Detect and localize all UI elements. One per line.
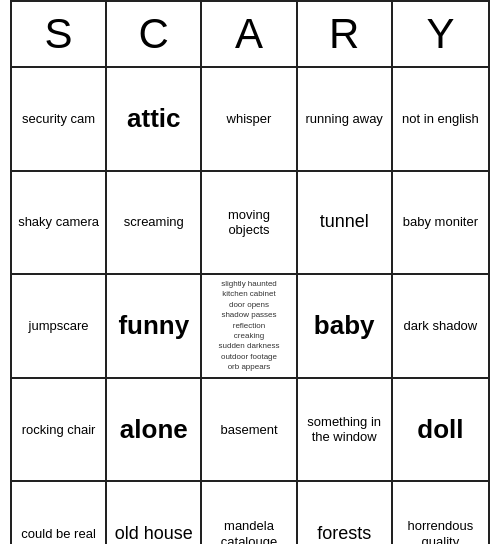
cell-text-11: funny bbox=[118, 310, 189, 341]
cell-text-21: old house bbox=[115, 523, 193, 544]
cell-text-6: screaming bbox=[124, 214, 184, 230]
bingo-cell-11[interactable]: funny bbox=[107, 275, 202, 379]
cell-text-23: forests bbox=[317, 523, 371, 544]
cell-text-16: alone bbox=[120, 414, 188, 445]
bingo-grid: security camatticwhisperrunning awaynot … bbox=[12, 68, 488, 544]
bingo-cell-2[interactable]: whisper bbox=[202, 68, 297, 172]
cell-text-20: could be real bbox=[21, 526, 95, 542]
header-letter-y: Y bbox=[393, 2, 488, 66]
cell-text-2: whisper bbox=[227, 111, 272, 127]
cell-text-9: baby moniter bbox=[403, 214, 478, 230]
bingo-cell-14[interactable]: dark shadow bbox=[393, 275, 488, 379]
bingo-cell-3[interactable]: running away bbox=[298, 68, 393, 172]
cell-text-18: something in the window bbox=[302, 414, 387, 445]
header-letter-c: C bbox=[107, 2, 202, 66]
bingo-cell-8[interactable]: tunnel bbox=[298, 172, 393, 276]
cell-text-0: security cam bbox=[22, 111, 95, 127]
cell-text-7: moving objects bbox=[206, 207, 291, 238]
header-letter-r: R bbox=[298, 2, 393, 66]
bingo-cell-10[interactable]: jumpscare bbox=[12, 275, 107, 379]
cell-text-22: mandela catalouge bbox=[206, 518, 291, 544]
bingo-cell-18[interactable]: something in the window bbox=[298, 379, 393, 483]
cell-text-8: tunnel bbox=[320, 211, 369, 233]
cell-text-3: running away bbox=[306, 111, 383, 127]
bingo-cell-17[interactable]: basement bbox=[202, 379, 297, 483]
bingo-card: SCARY security camatticwhisperrunning aw… bbox=[10, 0, 490, 544]
cell-text-24: horrendous quality bbox=[397, 518, 484, 544]
cell-text-13: baby bbox=[314, 310, 375, 341]
bingo-cell-9[interactable]: baby moniter bbox=[393, 172, 488, 276]
header-letter-a: A bbox=[202, 2, 297, 66]
bingo-cell-5[interactable]: shaky camera bbox=[12, 172, 107, 276]
bingo-header: SCARY bbox=[12, 2, 488, 68]
bingo-cell-6[interactable]: screaming bbox=[107, 172, 202, 276]
bingo-cell-13[interactable]: baby bbox=[298, 275, 393, 379]
cell-text-1: attic bbox=[127, 103, 180, 134]
bingo-cell-12[interactable]: slightly hauntedkitchen cabinetdoor open… bbox=[202, 275, 297, 379]
cell-text-10: jumpscare bbox=[29, 318, 89, 334]
cell-text-17: basement bbox=[220, 422, 277, 438]
bingo-cell-1[interactable]: attic bbox=[107, 68, 202, 172]
bingo-cell-19[interactable]: doll bbox=[393, 379, 488, 483]
bingo-cell-24[interactable]: horrendous quality bbox=[393, 482, 488, 544]
cell-text-19: doll bbox=[417, 414, 463, 445]
bingo-cell-22[interactable]: mandela catalouge bbox=[202, 482, 297, 544]
cell-text-14: dark shadow bbox=[404, 318, 478, 334]
free-space-content: slightly hauntedkitchen cabinetdoor open… bbox=[219, 279, 280, 373]
cell-text-5: shaky camera bbox=[18, 214, 99, 230]
bingo-cell-21[interactable]: old house bbox=[107, 482, 202, 544]
bingo-cell-15[interactable]: rocking chair bbox=[12, 379, 107, 483]
bingo-cell-16[interactable]: alone bbox=[107, 379, 202, 483]
bingo-cell-23[interactable]: forests bbox=[298, 482, 393, 544]
bingo-cell-20[interactable]: could be real bbox=[12, 482, 107, 544]
bingo-cell-0[interactable]: security cam bbox=[12, 68, 107, 172]
bingo-cell-4[interactable]: not in english bbox=[393, 68, 488, 172]
cell-text-15: rocking chair bbox=[22, 422, 96, 438]
cell-text-4: not in english bbox=[402, 111, 479, 127]
bingo-cell-7[interactable]: moving objects bbox=[202, 172, 297, 276]
header-letter-s: S bbox=[12, 2, 107, 66]
